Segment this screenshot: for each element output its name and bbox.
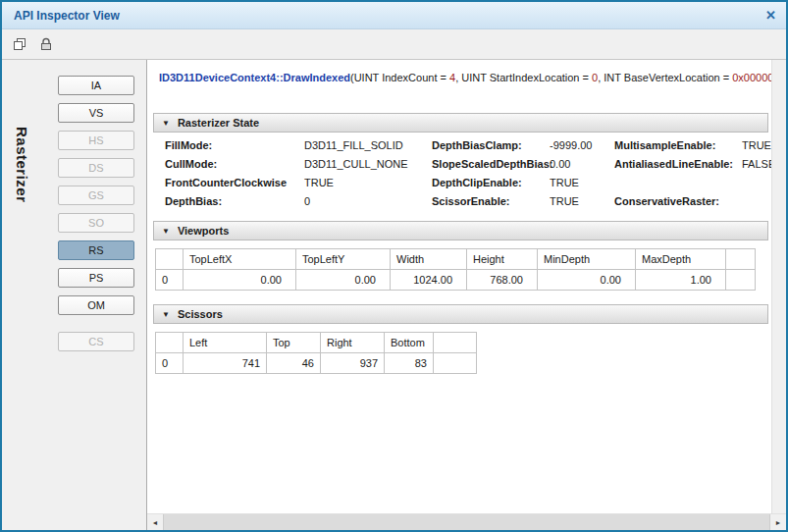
scroll-right-icon[interactable]: ►	[770, 514, 786, 530]
state-label: DepthBiasClamp:	[432, 139, 550, 151]
state-label: MultisampleEnable:	[614, 139, 742, 151]
param-text-2: , UINT StartIndexLocation =	[455, 72, 592, 83]
viewport-row-index: 0	[156, 270, 184, 291]
viewports-col-height: Height	[467, 249, 538, 270]
rasterizer-state-grid: FillMode: D3D11_FILL_SOLID DepthBiasClam…	[153, 133, 768, 207]
state-label: ScissorEnable:	[432, 195, 550, 207]
state-value: TRUE	[304, 177, 432, 188]
viewport-width: 1024.00	[391, 270, 467, 291]
state-label: DepthClipEnable:	[432, 177, 550, 188]
scissors-table: Left Top Right Bottom 0 741 46 937 83	[155, 332, 477, 374]
viewport-mindepth: 0.00	[538, 270, 636, 291]
scissors-col-top: Top	[267, 333, 321, 353]
section-title-scissors: Scissors	[178, 308, 223, 320]
scissors-col-left: Left	[184, 333, 267, 353]
viewport-extra	[726, 270, 756, 291]
stage-button-cs: CS	[58, 332, 134, 351]
state-value	[742, 177, 771, 188]
collapse-triangle-icon: ▼	[162, 227, 170, 236]
section-header-scissors[interactable]: ▼ Scissors	[153, 304, 768, 324]
pipeline-stage-label: Rasterizer	[14, 127, 30, 203]
toolbar	[2, 29, 786, 60]
state-value: 0	[304, 195, 432, 207]
close-icon[interactable]: ✕	[765, 9, 776, 22]
state-label: SlopeScaledDepthBias:	[432, 158, 550, 170]
viewport-topleftx: 0.00	[184, 270, 296, 291]
inspector-content: ID3D11DeviceContext4::DrawIndexed(UINT I…	[147, 60, 771, 513]
viewports-col-width: Width	[391, 249, 467, 270]
viewports-col-extra	[726, 249, 756, 270]
scissor-top: 46	[267, 353, 321, 374]
viewport-height: 768.00	[467, 270, 538, 291]
stage-button-om[interactable]: OM	[58, 295, 134, 315]
scroll-left-icon[interactable]: ◄	[147, 514, 163, 530]
window-title: API Inspector View	[14, 9, 120, 23]
state-label: CullMode:	[165, 158, 304, 170]
api-inspector-window: API Inspector View ✕ Rasterizer IA VS HS…	[0, 0, 788, 532]
pipeline-stage-buttons: IA VS HS DS GS SO RS PS OM CS	[58, 76, 134, 359]
stage-button-ds: DS	[58, 158, 134, 178]
state-value: 0.00	[550, 158, 614, 170]
scissors-header-row: Left Top Right Bottom	[156, 333, 477, 353]
param-text-3: , INT BaseVertexLocation =	[598, 72, 732, 83]
viewports-table: TopLeftX TopLeftY Width Height MinDepth …	[155, 248, 756, 291]
window-body: Rasterizer IA VS HS DS GS SO RS PS OM CS…	[2, 60, 786, 530]
state-value: D3D11_FILL_SOLID	[304, 139, 432, 151]
stage-button-so: SO	[58, 213, 134, 233]
scissor-row-index: 0	[156, 353, 184, 374]
viewports-row-0[interactable]: 0 0.00 0.00 1024.00 768.00 0.00 1.00	[156, 270, 756, 291]
scissor-left: 741	[184, 353, 267, 374]
main-panel: ID3D11DeviceContext4::DrawIndexed(UINT I…	[147, 60, 786, 530]
lock-icon[interactable]	[34, 32, 58, 56]
stage-button-ps[interactable]: PS	[58, 268, 134, 288]
horizontal-scrollbar[interactable]: ◄ ►	[147, 513, 786, 530]
state-value: FALSE	[742, 158, 771, 170]
viewport-toplefty: 0.00	[296, 270, 391, 291]
state-value	[742, 195, 771, 207]
param-value-3: 0x00000000	[732, 72, 771, 83]
stage-button-vs[interactable]: VS	[58, 103, 134, 123]
section-header-viewports[interactable]: ▼ Viewports	[153, 221, 768, 240]
section-title-viewports: Viewports	[178, 225, 229, 237]
method-name: ID3D11DeviceContext4::DrawIndexed	[159, 72, 350, 83]
state-value: D3D11_CULL_NONE	[304, 158, 432, 170]
scissors-col-bottom: Bottom	[385, 333, 434, 353]
state-label	[614, 177, 742, 188]
viewport-maxdepth: 1.00	[636, 270, 726, 291]
section-header-rasterizer-state[interactable]: ▼ Rasterizer State	[153, 113, 768, 133]
param-text-1: (UINT IndexCount =	[350, 72, 449, 83]
state-value: TRUE	[550, 195, 614, 207]
viewports-header-row: TopLeftX TopLeftY Width Height MinDepth …	[156, 249, 756, 270]
scissors-col-extra	[434, 333, 477, 353]
stage-button-ia[interactable]: IA	[58, 76, 134, 95]
copy-icon[interactable]	[8, 32, 31, 56]
pipeline-sidebar: Rasterizer IA VS HS DS GS SO RS PS OM CS	[2, 60, 147, 530]
scissors-row-0[interactable]: 0 741 46 937 83	[156, 353, 477, 374]
scissor-right: 937	[321, 353, 385, 374]
state-label: FillMode:	[165, 139, 304, 151]
viewports-col-topleftx: TopLeftX	[184, 249, 296, 270]
vertical-scrollbar[interactable]	[771, 60, 786, 513]
scissors-col-right: Right	[321, 333, 385, 353]
collapse-triangle-icon: ▼	[162, 310, 170, 319]
state-value: TRUE	[550, 177, 614, 188]
horizontal-scrollbar-thumb[interactable]	[163, 514, 770, 530]
api-call-signature: ID3D11DeviceContext4::DrawIndexed(UINT I…	[153, 72, 768, 83]
state-value: -9999.00	[550, 139, 614, 151]
viewports-col-index	[156, 249, 184, 270]
section-title-rasterizer-state: Rasterizer State	[178, 117, 259, 129]
scissors-col-index	[156, 333, 184, 353]
viewports-col-maxdepth: MaxDepth	[636, 249, 726, 270]
viewports-col-toplefty: TopLeftY	[296, 249, 391, 270]
title-bar[interactable]: API Inspector View ✕	[2, 2, 786, 29]
state-label: AntialiasedLineEnable:	[614, 158, 742, 170]
collapse-triangle-icon: ▼	[162, 119, 170, 128]
stage-button-hs: HS	[58, 131, 134, 150]
state-label: DepthBias:	[165, 195, 304, 207]
scissor-extra	[434, 353, 477, 374]
state-label: FrontCounterClockwise	[165, 177, 304, 188]
scissor-bottom: 83	[385, 353, 434, 374]
state-value: TRUE	[742, 139, 771, 151]
stage-button-gs: GS	[58, 186, 134, 205]
stage-button-rs[interactable]: RS	[58, 240, 134, 260]
